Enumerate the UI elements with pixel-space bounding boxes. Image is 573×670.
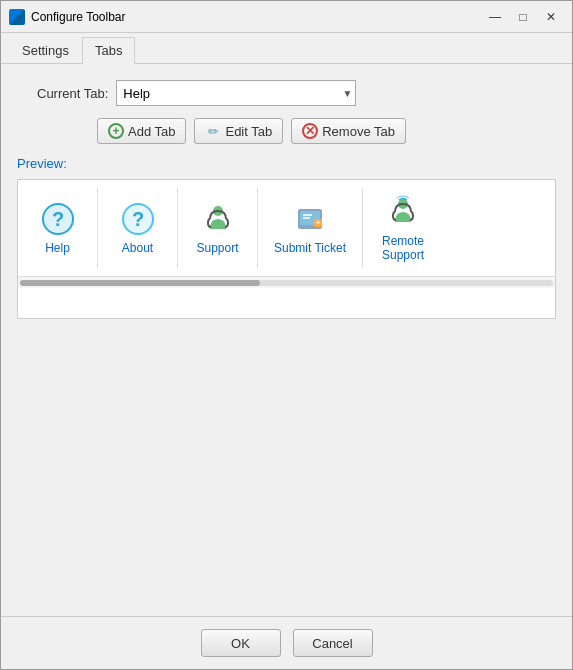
current-tab-dropdown[interactable]: Help About Support Submit Ticket Remote …: [116, 80, 356, 106]
add-icon: +: [108, 123, 124, 139]
dropdown-wrapper: Help About Support Submit Ticket Remote …: [116, 80, 356, 106]
configure-toolbar-window: Configure Toolbar — □ ✕ Settings Tabs Cu…: [0, 0, 573, 670]
footer: OK Cancel: [1, 616, 572, 669]
preview-item-support[interactable]: Support: [178, 188, 258, 268]
preview-area: ? Help ?: [17, 179, 556, 319]
support-icon: [200, 201, 236, 237]
remove-icon: ✕: [302, 123, 318, 139]
remove-tab-button[interactable]: ✕ Remove Tab: [291, 118, 406, 144]
remote-support-icon: [385, 194, 421, 230]
preview-item-about[interactable]: ? About: [98, 188, 178, 268]
svg-text:?: ?: [131, 208, 143, 230]
current-tab-label: Current Tab:: [37, 86, 108, 101]
submit-ticket-label: Submit Ticket: [274, 241, 346, 255]
cancel-button[interactable]: Cancel: [293, 629, 373, 657]
help-label: Help: [45, 241, 70, 255]
tab-tabs[interactable]: Tabs: [82, 37, 135, 64]
support-label: Support: [196, 241, 238, 255]
remote-support-label: Remote Support: [382, 234, 424, 262]
window-controls: — □ ✕: [482, 7, 564, 27]
svg-text:?: ?: [51, 208, 63, 230]
preview-icons-row: ? Help ?: [18, 180, 555, 276]
preview-scrollbar[interactable]: [18, 276, 555, 288]
ok-button[interactable]: OK: [201, 629, 281, 657]
edit-icon: ✏: [205, 123, 221, 139]
maximize-button[interactable]: □: [510, 7, 536, 27]
preview-label: Preview:: [17, 156, 556, 171]
minimize-button[interactable]: —: [482, 7, 508, 27]
content-area: Current Tab: Help About Support Submit T…: [1, 64, 572, 616]
help-icon: ?: [40, 201, 76, 237]
window-title: Configure Toolbar: [31, 10, 482, 24]
app-icon: [9, 9, 25, 25]
close-button[interactable]: ✕: [538, 7, 564, 27]
action-buttons-row: + Add Tab ✏ Edit Tab ✕ Remove Tab: [97, 118, 556, 144]
current-tab-row: Current Tab: Help About Support Submit T…: [37, 80, 556, 106]
title-bar: Configure Toolbar — □ ✕: [1, 1, 572, 33]
preview-section: Preview: ? Help: [17, 156, 556, 600]
about-label: About: [122, 241, 153, 255]
preview-item-remote-support[interactable]: Remote Support: [363, 188, 443, 268]
ticket-icon: +: [292, 201, 328, 237]
about-icon: ?: [120, 201, 156, 237]
preview-item-help[interactable]: ? Help: [18, 188, 98, 268]
svg-text:+: +: [316, 218, 321, 227]
scrollbar-track: [20, 280, 553, 286]
tab-bar: Settings Tabs: [1, 33, 572, 64]
add-tab-button[interactable]: + Add Tab: [97, 118, 186, 144]
preview-item-submit-ticket[interactable]: + Submit Ticket: [258, 188, 363, 268]
edit-tab-button[interactable]: ✏ Edit Tab: [194, 118, 283, 144]
tab-settings[interactable]: Settings: [9, 37, 82, 63]
scrollbar-thumb: [20, 280, 260, 286]
